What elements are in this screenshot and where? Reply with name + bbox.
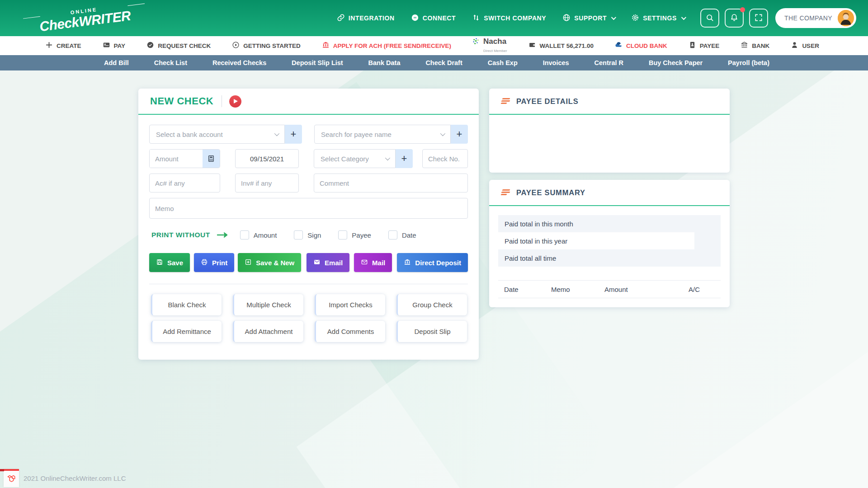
add-attachment-button[interactable]: Add Attachment (233, 321, 303, 342)
import-checks-button[interactable]: Import Checks (315, 294, 385, 315)
subnav-cash-exp[interactable]: Cash Exp (488, 59, 518, 66)
comment-input[interactable] (314, 174, 468, 192)
search-icon (705, 13, 714, 23)
checkbox-amount[interactable]: Amount (240, 230, 277, 239)
nav-label: SUPPORT (574, 14, 607, 22)
deposit-slip-button[interactable]: Deposit Slip (396, 321, 467, 342)
fullscreen-button[interactable] (749, 9, 768, 28)
bank-icon (404, 258, 411, 267)
toolbar-cloud-bank[interactable]: CLOUD BANK (615, 41, 667, 50)
toolbar-getting-started[interactable]: GETTING STARTED (232, 41, 301, 50)
toolbar-wallet[interactable]: WALLET 56,271.00 (528, 41, 594, 50)
toolbar-bank[interactable]: BANK (741, 41, 769, 50)
footer-copyright: 2021 OnlineCheckWriter.com LLC (24, 474, 126, 482)
payee-summary-card: PAYEE SUMMARY Paid total in this month P… (489, 180, 730, 307)
category-select[interactable]: Select Category (314, 149, 396, 168)
subnav-payroll-beta[interactable]: Payroll (beta) (728, 59, 769, 66)
calculator-icon[interactable] (203, 150, 220, 168)
mail-button[interactable]: Mail (354, 253, 392, 272)
subnav-add-bill[interactable]: Add Bill (104, 59, 129, 66)
column-header-ac: A/C (668, 286, 721, 293)
user-icon (791, 41, 798, 50)
checkbox[interactable] (240, 230, 249, 239)
amount-input[interactable] (150, 150, 203, 168)
nacha-badge[interactable]: Nacha Direct Member (472, 38, 507, 54)
subnav-bank-data[interactable]: Bank Data (368, 59, 401, 66)
toolbar-request-check[interactable]: REQUEST CHECK (146, 41, 211, 50)
avatar (838, 10, 854, 26)
cloud-icon (615, 41, 623, 50)
quick-actions-grid: Blank Check Multiple Check Import Checks… (151, 294, 466, 342)
subnav-buy-check-paper[interactable]: Buy Check Paper (649, 59, 703, 66)
add-category-button[interactable]: + (396, 149, 413, 168)
toolbar-pay[interactable]: PAY (103, 41, 126, 50)
nav-support[interactable]: SUPPORT (562, 14, 615, 23)
account-number-input[interactable] (149, 174, 220, 192)
subnav-invoices[interactable]: Invoices (543, 59, 569, 66)
checkbox-payee[interactable]: Payee (338, 230, 371, 239)
video-help-button[interactable] (229, 95, 241, 108)
main-toolbar: CREATE PAY REQUEST CHECK GETTING STARTED… (0, 36, 868, 55)
subnav-received-checks[interactable]: Received Checks (212, 59, 266, 66)
company-menu[interactable]: THE COMPANY (775, 8, 856, 28)
add-remittance-button[interactable]: Add Remittance (151, 321, 222, 342)
toolbar-payee[interactable]: PAYEE (689, 41, 720, 50)
payee-badge-icon (689, 41, 696, 50)
add-comments-button[interactable]: Add Comments (315, 321, 385, 342)
subnav-check-list[interactable]: Check List (154, 59, 187, 66)
plug-icon (411, 14, 419, 23)
checkbox-label: Date (402, 231, 416, 239)
checkbox[interactable] (388, 230, 397, 239)
nav-connect[interactable]: CONNECT (411, 14, 456, 23)
add-payee-button[interactable]: + (451, 125, 468, 144)
check-number-input[interactable] (422, 149, 468, 168)
search-button[interactable] (700, 9, 719, 28)
blank-check-button[interactable]: Blank Check (151, 294, 222, 315)
memo-input[interactable] (149, 198, 468, 219)
checkbox-date[interactable]: Date (388, 230, 416, 239)
add-bank-account-button[interactable]: + (285, 125, 302, 144)
bank-account-select[interactable]: Select a bank account (149, 125, 285, 144)
subnav-deposit-slip-list[interactable]: Deposit Slip List (292, 59, 343, 66)
printer-icon (201, 258, 208, 267)
subnav-central-r[interactable]: Central R (594, 59, 623, 66)
toolbar-apply-ach[interactable]: APPLY FOR ACH (FREE SEND/RECEIVE) (322, 41, 451, 50)
save-icon (156, 258, 163, 267)
print-without-label: PRINT WITHOUT (151, 231, 210, 239)
toolbar-user[interactable]: USER (791, 41, 819, 50)
divider (222, 95, 222, 107)
print-button[interactable]: Print (194, 253, 234, 272)
group-check-button[interactable]: Group Check (396, 294, 467, 315)
summary-row-label: Paid total in this year (498, 232, 694, 249)
checkbox-sign[interactable]: Sign (294, 230, 321, 239)
direct-deposit-button[interactable]: Direct Deposit (397, 253, 468, 272)
section-lines-icon (501, 189, 511, 196)
notifications-button[interactable] (725, 9, 744, 28)
app-root: ONLINE CheckWRITER INTEGRATION CONNECT S… (0, 0, 868, 488)
email-button[interactable]: Email (307, 253, 349, 272)
chevron-down-icon (681, 15, 686, 20)
checkbox[interactable] (338, 230, 347, 239)
button-label: Save (167, 259, 183, 267)
new-check-header: NEW CHECK (138, 89, 479, 115)
toolbar-create[interactable]: CREATE (45, 41, 81, 50)
nav-settings[interactable]: SETTINGS (631, 14, 685, 23)
subnav-check-draft[interactable]: Check Draft (425, 59, 462, 66)
invoice-number-input[interactable] (235, 174, 299, 192)
summary-row-value (694, 249, 721, 267)
multiple-check-button[interactable]: Multiple Check (233, 294, 303, 315)
checkbox[interactable] (294, 230, 303, 239)
print-without-row: PRINT WITHOUT Amount Sign Payee Date (151, 230, 468, 239)
wallet-icon (528, 41, 536, 50)
bank-icon (322, 41, 330, 50)
nav-switch-company[interactable]: SWITCH COMPANY (472, 14, 546, 23)
nav-integration[interactable]: INTEGRATION (337, 14, 395, 23)
laravel-icon[interactable] (4, 469, 19, 487)
app-logo[interactable]: ONLINE CheckWRITER (38, 3, 132, 33)
summary-row-value (694, 215, 721, 232)
save-and-new-button[interactable]: Save & New (238, 253, 301, 272)
date-input[interactable] (235, 149, 299, 168)
payee-select[interactable]: Search for payee name (314, 125, 451, 144)
save-button[interactable]: Save (149, 253, 190, 272)
swap-vertical-icon (472, 14, 480, 23)
